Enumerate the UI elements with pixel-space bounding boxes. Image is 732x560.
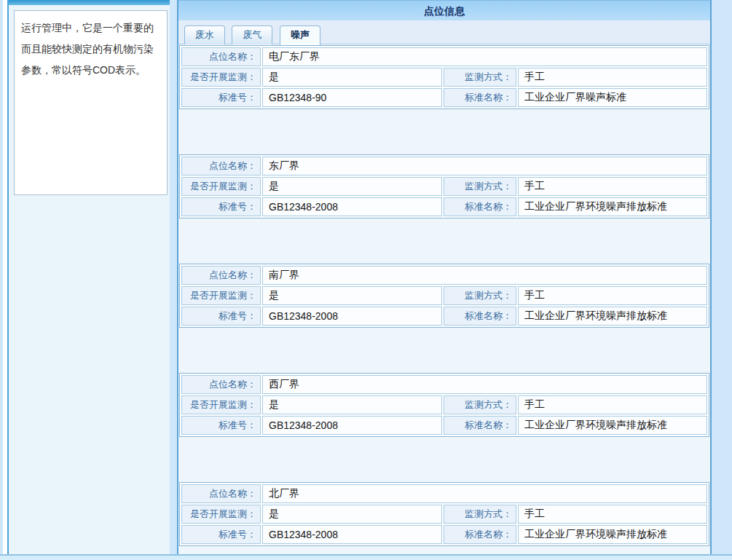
table-row: 是否开展监测： 是 监测方式： 手工 (181, 395, 707, 414)
monitor-flag-label: 是否开展监测： (181, 505, 261, 524)
sidebar-note-box: 运行管理中，它是一个重要的而且能较快测定的有机物污染参数，常以符号COD表示。 (14, 10, 168, 195)
monitor-method-value: 手工 (518, 286, 707, 305)
point-name-value: 东厂界 (262, 157, 707, 176)
tab-strip: 废水 废气 噪声 (178, 20, 710, 44)
table-row: 是否开展监测： 是 监测方式： 手工 (181, 286, 707, 305)
table-row: 标准号： GB12348-2008 标准名称： 工业企业厂界环境噪声排放标准 (181, 416, 707, 435)
monitor-method-label: 监测方式： (444, 68, 516, 87)
sidebar-note-text: 运行管理中，它是一个重要的而且能较快测定的有机物污染参数，常以符号COD表示。 (21, 22, 154, 76)
point-name-value: 北厂界 (262, 484, 707, 503)
monitor-method-value: 手工 (518, 505, 707, 524)
standard-name-value: 工业企业厂界环境噪声排放标准 (518, 197, 707, 216)
monitor-method-label: 监测方式： (444, 395, 516, 414)
sidebar-header-bar (9, 0, 170, 5)
point-block: 点位名称： 北厂界 是否开展监测： 是 监测方式： 手工 标准号： GB1234… (179, 482, 709, 546)
page-bottom-strip (0, 556, 732, 560)
table-row: 标准号： GB12348-2008 标准名称： 工业企业厂界环境噪声排放标准 (181, 197, 707, 216)
monitor-flag-label: 是否开展监测： (181, 395, 261, 414)
point-block: 点位名称： 东厂界 是否开展监测： 是 监测方式： 手工 标准号： GB1234… (179, 154, 709, 218)
standard-name-label: 标准名称： (444, 307, 516, 326)
point-block: 点位名称： 电厂东厂界 是否开展监测： 是 监测方式： 手工 标准号： GB12… (179, 45, 709, 109)
standard-no-label: 标准号： (181, 525, 261, 544)
table-row: 点位名称： 电厂东厂界 (181, 47, 707, 66)
table-row: 点位名称： 西厂界 (181, 375, 707, 394)
monitor-method-label: 监测方式： (444, 177, 516, 196)
table-row: 是否开展监测： 是 监测方式： 手工 (181, 505, 707, 524)
standard-no-label: 标准号： (181, 88, 261, 107)
table-row: 标准号： GB12348-2008 标准名称： 工业企业厂界环境噪声排放标准 (181, 525, 707, 544)
monitor-flag-value: 是 (262, 395, 442, 414)
point-name-value: 西厂界 (262, 375, 707, 394)
monitor-method-value: 手工 (518, 177, 707, 196)
point-name-value: 电厂东厂界 (262, 47, 707, 66)
standard-name-value: 工业企业厂界环境噪声排放标准 (518, 307, 707, 326)
standard-no-value: GB12348-2008 (262, 525, 442, 544)
monitor-method-label: 监测方式： (444, 505, 516, 524)
point-blocks: 点位名称： 电厂东厂界 是否开展监测： 是 监测方式： 手工 标准号： GB12… (178, 44, 710, 546)
standard-no-value: GB12348-2008 (262, 307, 442, 326)
standard-no-label: 标准号： (181, 197, 261, 216)
monitor-method-value: 手工 (518, 395, 707, 414)
point-name-label: 点位名称： (181, 375, 261, 394)
standard-no-value: GB12348-90 (262, 88, 442, 107)
point-name-label: 点位名称： (181, 157, 261, 176)
table-row: 是否开展监测： 是 监测方式： 手工 (181, 177, 707, 196)
monitor-method-value: 手工 (518, 68, 707, 87)
standard-no-value: GB12348-2008 (262, 197, 442, 216)
standard-name-value: 工业企业厂界噪声标准 (518, 88, 707, 107)
point-info-panel: 点位信息 废水 废气 噪声 点位名称： 电厂东厂界 是否开展监测： 是 监测方式… (177, 0, 712, 554)
monitor-flag-label: 是否开展监测： (181, 286, 261, 305)
table-row: 标准号： GB12348-2008 标准名称： 工业企业厂界环境噪声排放标准 (181, 307, 707, 326)
point-block: 点位名称： 南厂界 是否开展监测： 是 监测方式： 手工 标准号： GB1234… (179, 264, 709, 328)
standard-no-label: 标准号： (181, 416, 261, 435)
point-name-label: 点位名称： (181, 484, 261, 503)
table-row: 是否开展监测： 是 监测方式： 手工 (181, 68, 707, 87)
table-row: 点位名称： 南厂界 (181, 266, 707, 285)
monitor-flag-value: 是 (262, 177, 442, 196)
monitor-flag-value: 是 (262, 505, 442, 524)
standard-name-label: 标准名称： (444, 525, 516, 544)
standard-name-value: 工业企业厂界环境噪声排放标准 (518, 416, 707, 435)
tab-wastewater[interactable]: 废水 (184, 25, 225, 44)
tab-noise[interactable]: 噪声 (280, 25, 320, 45)
point-block: 点位名称： 西厂界 是否开展监测： 是 监测方式： 手工 标准号： GB1234… (179, 373, 709, 437)
monitor-flag-label: 是否开展监测： (181, 68, 261, 87)
standard-no-label: 标准号： (181, 307, 261, 326)
standard-name-label: 标准名称： (444, 416, 516, 435)
point-name-label: 点位名称： (181, 47, 261, 66)
monitor-flag-label: 是否开展监测： (181, 177, 261, 196)
sidebar: 运行管理中，它是一个重要的而且能较快测定的有机物污染参数，常以符号COD表示。 (7, 0, 170, 554)
standard-name-label: 标准名称： (444, 197, 516, 216)
monitor-method-label: 监测方式： (444, 286, 516, 305)
standard-no-value: GB12348-2008 (262, 416, 442, 435)
point-name-label: 点位名称： (181, 266, 261, 285)
standard-name-label: 标准名称： (444, 88, 516, 107)
point-name-value: 南厂界 (262, 266, 707, 285)
monitor-flag-value: 是 (262, 286, 442, 305)
tab-waste-gas[interactable]: 废气 (232, 25, 272, 44)
monitor-flag-value: 是 (262, 68, 442, 87)
table-row: 点位名称： 北厂界 (181, 484, 707, 503)
panel-title: 点位信息 (178, 0, 710, 20)
table-row: 标准号： GB12348-90 标准名称： 工业企业厂界噪声标准 (181, 88, 707, 107)
table-row: 点位名称： 东厂界 (181, 157, 707, 176)
standard-name-value: 工业企业厂界环境噪声排放标准 (518, 525, 707, 544)
